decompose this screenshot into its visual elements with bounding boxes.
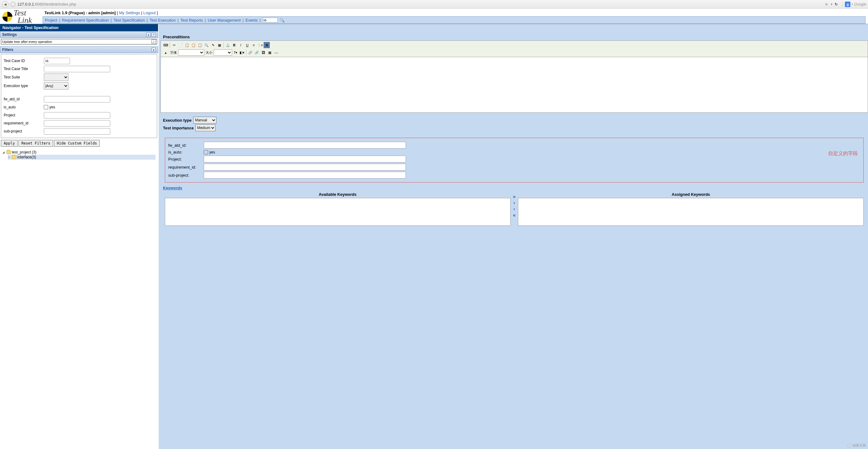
unlink-icon[interactable]: 🔗: [254, 50, 260, 56]
browser-search[interactable]: g ▾ Google: [842, 2, 866, 7]
editor-content[interactable]: [160, 57, 868, 113]
filters-header[interactable]: Filters ▲: [0, 46, 158, 53]
settings-checkbox[interactable]: ✓: [152, 39, 156, 44]
logout-link[interactable]: Logout: [143, 10, 156, 15]
bold-icon[interactable]: B: [231, 42, 237, 48]
collapse-toolbar-icon[interactable]: ▴: [163, 50, 169, 56]
tree-root[interactable]: ◢test_project (3): [2, 150, 156, 155]
dropdown-icon[interactable]: ▼: [830, 3, 833, 6]
justify-icon[interactable]: ≣: [264, 42, 270, 48]
cf-annotation: 自定义的字段: [828, 150, 858, 157]
cf-fw-atd-id-label: fw_atd_id:: [168, 143, 204, 148]
is-auto-label: is_auto: [4, 105, 44, 109]
importance-select[interactable]: Medium: [195, 124, 215, 131]
cut-icon[interactable]: ✂: [171, 42, 177, 48]
search-icon[interactable]: 🔍: [280, 18, 285, 23]
assigned-kw-list[interactable]: [518, 198, 864, 226]
image-icon[interactable]: 🖼: [260, 50, 267, 56]
ul-icon[interactable]: ⋮≡: [257, 42, 263, 48]
exec-type-select[interactable]: Manual: [193, 117, 216, 123]
hr-icon[interactable]: —: [273, 50, 279, 56]
req-id-input[interactable]: [44, 120, 110, 127]
size-label: 大小: [206, 50, 212, 55]
url-path: /testlink/index.php: [44, 2, 76, 6]
app-header: Test Link TestLink 1.9 (Prague) : admin …: [0, 9, 868, 24]
bg-color-icon[interactable]: ◧▾: [239, 50, 245, 56]
sub-project-input[interactable]: [44, 128, 110, 134]
keywords-header[interactable]: Keywords: [160, 184, 868, 192]
tree-child[interactable]: ▷interface(3): [8, 155, 156, 160]
testlink-logo[interactable]: Test Link: [2, 9, 39, 24]
paste-text-icon[interactable]: 📋: [190, 42, 197, 48]
fw-atd-id-label: fw_atd_id: [4, 97, 44, 101]
copy-icon[interactable]: 📄: [178, 42, 184, 48]
tc-title-input[interactable]: [44, 66, 110, 72]
link-icon[interactable]: 🔗: [247, 50, 253, 56]
reload-icon[interactable]: ↻: [835, 2, 838, 6]
apply-button[interactable]: Apply: [1, 140, 18, 147]
move-all-left-icon[interactable]: «: [513, 212, 516, 218]
replace-icon[interactable]: ✎: [210, 42, 216, 48]
nav-events[interactable]: Events: [245, 18, 258, 23]
cf-is-auto-checkbox[interactable]: [204, 150, 208, 154]
tree-expand-icon[interactable]: ▷: [8, 156, 11, 159]
available-kw-list[interactable]: [165, 198, 510, 226]
left-panel: Navigator - Test Specification Settings …: [0, 24, 160, 449]
help-icon[interactable]: ?: [152, 32, 156, 37]
collapse-icon[interactable]: ▲: [146, 32, 151, 37]
cf-sub-project-input[interactable]: [204, 172, 406, 179]
nav-test-spec[interactable]: Test Specification: [114, 18, 145, 23]
underline-icon[interactable]: U: [244, 42, 250, 48]
italic-icon[interactable]: I: [238, 42, 244, 48]
search-dropdown-icon[interactable]: ▾: [851, 3, 853, 5]
assigned-kw-hd: Assigned Keywords: [518, 192, 864, 197]
tc-id-input[interactable]: [44, 58, 70, 64]
find-icon[interactable]: 🔍: [204, 42, 210, 48]
nav-test-exec[interactable]: Test Execution: [150, 18, 176, 23]
back-button[interactable]: ◄: [2, 1, 9, 8]
collapse-filters-icon[interactable]: ▲: [152, 48, 156, 52]
source-btn[interactable]: ⌨: [163, 42, 169, 48]
tree-expand-icon[interactable]: ◢: [2, 151, 5, 154]
nav-req-spec[interactable]: Requirement Specification: [62, 18, 109, 23]
reset-button[interactable]: Reset Filters: [19, 140, 53, 147]
tc-id-label: Test Case ID: [4, 59, 44, 63]
size-select[interactable]: [214, 50, 232, 56]
text-color-icon[interactable]: T▾: [232, 50, 239, 56]
nav-project[interactable]: Project: [45, 18, 57, 23]
my-settings-link[interactable]: My Settings: [119, 10, 140, 15]
move-left-icon[interactable]: ‹: [513, 206, 515, 212]
exec-type-select[interactable]: [Any]: [44, 82, 68, 90]
folder-icon: [12, 155, 17, 159]
ts-select[interactable]: [44, 73, 68, 81]
nav-search-input[interactable]: [262, 18, 278, 23]
nav-user-mgmt[interactable]: User Management: [208, 18, 241, 23]
nav-test-reports[interactable]: Test Reports: [181, 18, 203, 23]
table-icon[interactable]: ▦: [267, 50, 273, 56]
project-input[interactable]: [44, 112, 110, 119]
site-identity-icon[interactable]: [10, 2, 16, 7]
exec-type-label: Execution type: [4, 84, 44, 88]
settings-header-label: Settings: [2, 32, 17, 37]
right-panel: Preconditions ⌨ ✂ 📄 📋 📋 📋 🔍 ✎ ▦ ⚓ B I U …: [160, 24, 868, 449]
paste-icon[interactable]: 📋: [184, 42, 190, 48]
cf-fw-atd-id-input[interactable]: [204, 142, 406, 149]
is-auto-opt: yes: [50, 105, 55, 109]
cf-project-input[interactable]: [204, 156, 406, 162]
paste-word-icon[interactable]: 📋: [197, 42, 203, 48]
cf-req-id-input[interactable]: [204, 164, 406, 171]
url-bar[interactable]: 127.0.0.1:8080/testlink/index.php: [17, 2, 823, 6]
settings-header[interactable]: Settings ▲ ?: [0, 31, 158, 38]
select-all-icon[interactable]: ▦: [216, 42, 222, 48]
move-all-right-icon[interactable]: »: [513, 194, 516, 200]
ol-icon[interactable]: ≡: [251, 42, 257, 48]
hide-cf-button[interactable]: Hide Custom Fields: [54, 140, 100, 147]
bookmark-star-icon[interactable]: ☆: [825, 2, 828, 6]
tree: ◢test_project (3) ▷interface(3): [0, 149, 158, 161]
fw-atd-id-input[interactable]: [44, 96, 110, 102]
move-right-icon[interactable]: ›: [513, 200, 515, 206]
font-select[interactable]: [178, 50, 204, 56]
is-auto-checkbox[interactable]: [44, 105, 48, 109]
anchor-icon[interactable]: ⚓: [225, 42, 231, 48]
tc-title-label: Test Case Title: [4, 67, 44, 71]
